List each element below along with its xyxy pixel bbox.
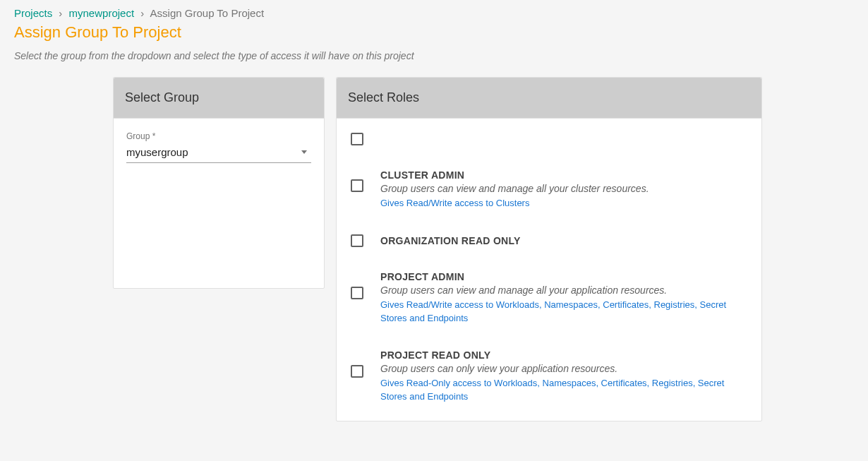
select-roles-panel: Select Roles CLUSTER ADMIN Group users c…	[336, 77, 762, 421]
role-checkbox-blank[interactable]	[351, 133, 363, 145]
role-name: PROJECT READ ONLY	[380, 349, 747, 361]
role-checkbox-org-readonly[interactable]	[351, 234, 363, 247]
breadcrumb-sep: ›	[140, 7, 144, 19]
role-row	[351, 133, 747, 145]
page-subtitle: Select the group from the dropdown and s…	[14, 50, 854, 61]
role-text: CLUSTER ADMIN Group users can view and m…	[380, 169, 747, 210]
breadcrumb-project-link[interactable]: mynewproject	[69, 7, 135, 19]
breadcrumb-current: Assign Group To Project	[150, 7, 264, 19]
role-checkbox-project-admin[interactable]	[351, 287, 363, 299]
role-checkbox-cluster-admin[interactable]	[351, 179, 363, 192]
page-title: Assign Group To Project	[14, 23, 854, 42]
role-text: PROJECT READ ONLY Group users can only v…	[380, 349, 747, 404]
breadcrumb: Projects › mynewproject › Assign Group T…	[14, 7, 854, 19]
role-name: ORGANIZATION READ ONLY	[380, 235, 747, 246]
breadcrumb-sep: ›	[59, 7, 62, 19]
breadcrumb-projects-link[interactable]: Projects	[14, 7, 52, 19]
role-text: ORGANIZATION READ ONLY	[380, 235, 747, 246]
role-row: CLUSTER ADMIN Group users can view and m…	[351, 169, 747, 210]
group-selected-value: myusergroup	[126, 146, 188, 158]
select-group-panel: Select Group Group * myusergroup	[113, 77, 325, 289]
role-desc: Group users can view and manage all your…	[380, 183, 747, 194]
group-panel-header: Select Group	[114, 78, 324, 119]
role-name: PROJECT ADMIN	[380, 271, 747, 282]
role-access: Gives Read/Write access to Clusters	[380, 196, 747, 210]
role-name: CLUSTER ADMIN	[380, 169, 747, 181]
role-access: Gives Read/Write access to Workloads, Na…	[380, 298, 747, 325]
role-text: PROJECT ADMIN Group users can view and m…	[380, 271, 747, 325]
role-access: Gives Read-Only access to Workloads, Nam…	[380, 376, 747, 404]
role-row: ORGANIZATION READ ONLY	[351, 234, 747, 247]
dropdown-caret-icon	[301, 150, 307, 154]
group-field-label: Group *	[126, 131, 311, 141]
group-select-field[interactable]: myusergroup	[126, 143, 311, 163]
roles-panel-body: CLUSTER ADMIN Group users can view and m…	[337, 119, 761, 421]
role-row: PROJECT ADMIN Group users can view and m…	[351, 271, 747, 325]
group-panel-body: Group * myusergroup	[114, 119, 324, 176]
role-desc: Group users can view and manage all your…	[380, 285, 747, 296]
role-checkbox-project-readonly[interactable]	[351, 365, 363, 378]
role-desc: Group users can only view your applicati…	[380, 363, 747, 374]
roles-panel-header: Select Roles	[337, 78, 761, 119]
role-row: PROJECT READ ONLY Group users can only v…	[351, 349, 747, 404]
